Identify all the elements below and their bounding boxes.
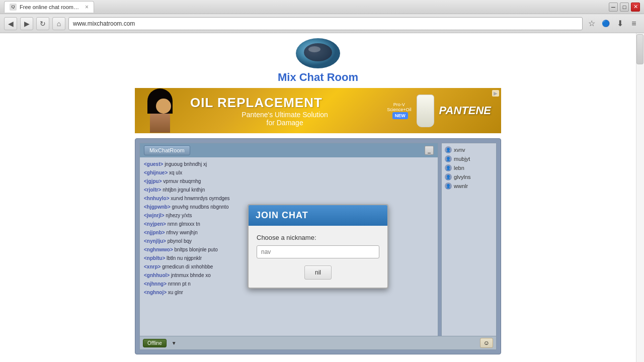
browser-toolbar: ◀ ▶ ↻ ⌂ ☆ 🔵 ⬇ ≡ [0,14,644,33]
username: xvnv [454,147,465,153]
join-submit-button[interactable]: nil [304,265,332,280]
ad-subtitle-1: Pantene's Ultimate Solution [190,111,379,119]
chat-message: <jgjpu> vprnuv nbuqrnhg [144,177,434,186]
ad-banner-wrapper: OIL REPLACEMENT Pantene's Ultimate Solut… [135,88,501,133]
browser-titlebar: 🗨 Free online chat rooms in × ─ □ ✕ [0,0,644,14]
minimize-button[interactable]: ─ [609,3,618,12]
chat-message: <ghijnue> xq ulx [144,169,434,177]
scrollbar-track[interactable] [636,33,644,362]
back-button[interactable]: ◀ [4,17,17,30]
user-list-item[interactable]: 👤glvylns [445,173,493,180]
username: wwnlr [454,183,468,189]
join-chat-header: JOIN CHAT [249,205,387,226]
user-avatar-icon: 👤 [445,173,452,180]
ad-subtitle-2: for Damage [190,119,379,127]
username: glvylns [454,174,471,180]
forward-button[interactable]: ▶ [20,17,33,30]
logo-icon [295,38,341,71]
address-bar[interactable] [68,17,583,30]
ad-banner: OIL REPLACEMENT Pantene's Ultimate Solut… [135,88,501,133]
ad-product-area: Pro-V Science+Oil NEW PANTENE [387,95,491,127]
page-content: Mix Chat Room OIL REPLACEMENT Pantene's … [0,33,636,362]
scrollbar-thumb[interactable] [636,34,643,64]
user-list-item[interactable]: 👤mubjyt [445,155,493,162]
chat-minimize-icon[interactable]: _ [425,146,434,155]
ad-new-badge: NEW [392,112,408,119]
nickname-input[interactable] [257,245,379,258]
user-avatar-icon: 👤 [445,164,452,171]
browser-tab[interactable]: 🗨 Free online chat rooms in × [4,1,94,13]
status-button[interactable]: Offline [143,339,167,347]
toolbar-icons: ☆ 🔵 ⬇ ≡ [586,18,640,30]
tab-close-icon[interactable]: × [85,4,89,11]
ad-provscience: Pro-V Science+Oil NEW [387,102,411,119]
join-chat-body: Choose a nickname: nil [249,226,387,288]
svg-point-1 [304,43,332,61]
username: mubjyt [454,156,470,162]
join-chat-overlay: JOIN CHAT Choose a nickname: nil [248,204,388,289]
chat-sidebar: 👤xvnv👤mubjyt👤lebn👤glvylns👤wwnlr [441,143,497,350]
chat-message: <guest> jnguoug bnhndhj xj [144,160,434,168]
tab-favicon: 🗨 [10,4,17,11]
ad-woman-figure [145,88,183,133]
home-button[interactable]: ⌂ [52,17,65,30]
chat-header: MixChatRoom _ [140,143,438,157]
chat-message: <rjoltr> nhtjbn jrgnul knthjn [144,186,434,194]
username: lebn [454,165,464,171]
menu-icon[interactable]: ≡ [628,18,640,30]
ad-corner-icon: ▶ [492,90,499,97]
user-avatar-icon: 👤 [445,183,452,190]
user-list-item[interactable]: 👤lebn [445,164,493,171]
smile-button[interactable]: ☺ [480,338,493,348]
download-icon[interactable]: ⬇ [614,18,626,30]
ad-text-block: OIL REPLACEMENT Pantene's Ultimate Solut… [183,95,387,127]
chat-wrapper: MixChatRoom _ <guest> jnguoug bnhndhj xj… [135,138,501,354]
svg-point-2 [308,46,320,52]
maximize-button[interactable]: □ [620,3,629,12]
chat-room-button[interactable]: MixChatRoom [144,145,190,155]
ad-brand: PANTENE [439,104,492,117]
ad-title: OIL REPLACEMENT [190,95,379,111]
logo-container: Mix Chat Room [278,38,358,84]
chat-message: <hnhuylo> xurvd hnwrnrdys oyrndges [144,195,434,203]
tab-title: Free online chat rooms in [20,4,80,10]
join-chat-label: Choose a nickname: [257,234,379,241]
chat-bottom-bar: Offline ▼ ☺ [139,336,497,350]
refresh-button[interactable]: ↻ [36,17,49,30]
user-avatar-icon: 👤 [445,146,452,153]
user-list-item[interactable]: 👤wwnlr [445,183,493,190]
ad-bottle [417,95,434,127]
extension-icon[interactable]: 🔵 [600,18,612,30]
site-header: Mix Chat Room [0,33,636,88]
close-button[interactable]: ✕ [631,3,640,12]
user-list-item[interactable]: 👤xvnv [445,146,493,153]
bookmark-icon[interactable]: ☆ [586,18,598,30]
user-avatar-icon: 👤 [445,155,452,162]
chat-message: <nghnoj> xu glnr [144,289,434,297]
status-arrow: ▼ [172,340,177,346]
logo-text: Mix Chat Room [278,71,358,84]
